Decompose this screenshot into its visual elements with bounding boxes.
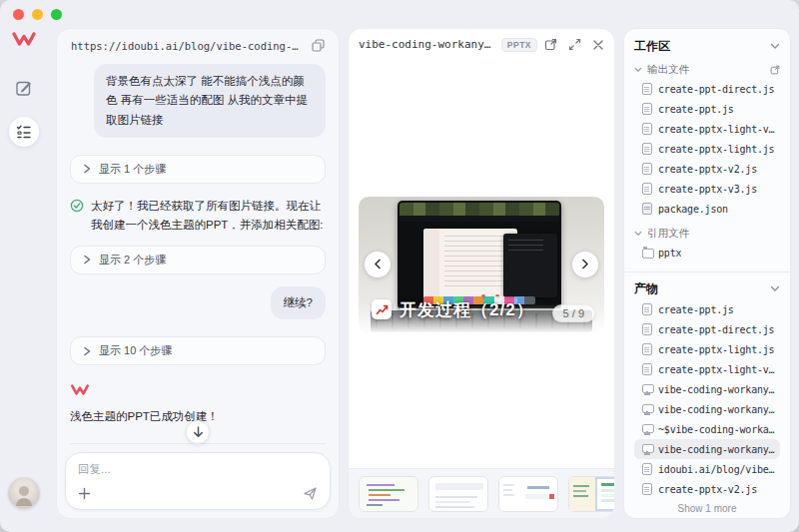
- steps-toggle-3[interactable]: 显示 10 个步骤: [70, 336, 326, 365]
- expand-icon[interactable]: [568, 38, 581, 51]
- artifact-item[interactable]: vibe-coding-workany-lig…: [634, 399, 780, 419]
- file-name: create-pptx-v3.js: [658, 184, 757, 195]
- file-item[interactable]: create-ppt.js: [634, 99, 780, 119]
- file-icon: [642, 83, 652, 95]
- new-chat-button[interactable]: [9, 73, 39, 103]
- show-more-button[interactable]: Show 1 more: [634, 503, 780, 514]
- file-name: create-ppt-direct.js: [658, 324, 774, 335]
- file-name: create-pptx-v2.js: [658, 484, 757, 495]
- slide-caption-text: 开发过程（2/2）: [400, 298, 534, 321]
- success-check-icon: [70, 199, 84, 213]
- reference-files-header[interactable]: 引用文件: [634, 227, 780, 241]
- chevron-down-icon: [634, 231, 642, 237]
- scroll-to-bottom-button[interactable]: [186, 420, 210, 444]
- slide-thumbnail-1[interactable]: [359, 476, 418, 512]
- app-logo-icon[interactable]: [11, 31, 37, 51]
- steps-toggle-1[interactable]: 显示 1 个步骤: [70, 155, 326, 184]
- file-item[interactable]: pptx: [634, 243, 780, 263]
- file-icon: [642, 403, 652, 415]
- chevron-right-icon: [83, 346, 91, 356]
- artifacts-header[interactable]: 产物: [634, 280, 780, 297]
- file-name: package.json: [658, 204, 728, 215]
- preview-panel: vibe-coding-workany-v2.p… PPTX: [348, 28, 615, 519]
- zoom-window-button[interactable]: [51, 9, 62, 20]
- reply-placeholder: 回复...: [78, 462, 318, 477]
- left-rail: [0, 28, 48, 519]
- chat-messages: 背景色有点太深了 能不能搞个浅点的颜色 再有一些适当的配图 从我的文章中提取图片…: [57, 54, 339, 452]
- artifact-item[interactable]: create-pptx-light-v2.js: [634, 359, 780, 379]
- file-icon: [642, 203, 652, 215]
- minimize-window-button[interactable]: [32, 9, 43, 20]
- page-counter: 5 / 9: [552, 304, 595, 322]
- arrow-down-icon: [193, 426, 204, 438]
- chevron-right-icon: [83, 164, 91, 174]
- file-item[interactable]: create-ppt-direct.js: [634, 79, 780, 99]
- chat-panel: https://idoubi.ai/blog/vibe-coding-worka…: [56, 28, 340, 519]
- folder-icon: [642, 247, 652, 259]
- task-list-button[interactable]: [9, 117, 39, 147]
- external-link-icon[interactable]: [770, 65, 780, 75]
- file-name: create-pptx-light-v2.js: [658, 364, 775, 375]
- artifacts-title: 产物: [634, 280, 658, 297]
- slide-photo: 开发过程（2/2） 5 / 9: [359, 197, 604, 332]
- artifact-item[interactable]: vibe-coding-workany-v2.…: [634, 439, 780, 459]
- file-name: idoubi.ai/blog/vibe-cod…: [658, 464, 775, 475]
- user-message: 背景色有点太深了 能不能搞个浅点的颜色 再有一些适当的配图 从我的文章中提取图片…: [94, 64, 326, 138]
- source-url-link[interactable]: https://idoubi.ai/blog/vibe-coding-worka…: [71, 40, 304, 52]
- user-avatar[interactable]: [8, 477, 40, 509]
- file-item[interactable]: create-pptx-v3.js: [634, 179, 780, 199]
- steps-toggle-2[interactable]: 显示 2 个步骤: [70, 246, 326, 274]
- artifact-item[interactable]: create-ppt-direct.js: [634, 319, 780, 339]
- file-icon: [642, 383, 652, 395]
- artifact-item[interactable]: create-pptx-v2.js: [634, 479, 780, 499]
- next-slide-button[interactable]: [572, 252, 598, 277]
- file-name: vibe-coding-workany-lig…: [658, 404, 775, 415]
- file-name: create-ppt.js: [658, 104, 734, 115]
- user-message: 继续?: [271, 286, 326, 319]
- artifact-item[interactable]: idoubi.ai/blog/vibe-cod…: [634, 459, 780, 479]
- slide-thumbnail-2[interactable]: [428, 476, 488, 512]
- file-name: vibe-coding-workany-v2.…: [658, 444, 775, 455]
- slide-thumbnail-4[interactable]: [568, 476, 614, 512]
- chevron-right-icon: [581, 259, 589, 269]
- open-external-icon[interactable]: [544, 38, 557, 51]
- file-name: vibe-coding-workany.pptx: [658, 384, 775, 395]
- artifact-item[interactable]: ~$vibe-coding-workany-v…: [634, 419, 780, 439]
- chevron-down-icon: [634, 67, 642, 73]
- assistant-logo-icon: [70, 382, 326, 400]
- output-files-header[interactable]: 输出文件: [634, 63, 780, 77]
- compose-icon: [15, 79, 33, 97]
- artifact-item[interactable]: create-pptx-light.js: [634, 339, 780, 359]
- workspace-header[interactable]: 工作区: [634, 38, 780, 55]
- preview-header: vibe-coding-workany-v2.p… PPTX: [349, 29, 614, 60]
- file-icon: [642, 123, 652, 135]
- workspace-title: 工作区: [634, 38, 670, 55]
- file-icon: [642, 483, 652, 495]
- file-icon: [642, 343, 652, 355]
- copy-icon[interactable]: [312, 39, 325, 52]
- artifact-item[interactable]: create-ppt.js: [634, 299, 780, 319]
- file-icon: [642, 423, 652, 435]
- preview-filename: vibe-coding-workany-v2.p…: [359, 38, 494, 51]
- artifact-item[interactable]: vibe-coding-workany.pptx: [634, 379, 780, 399]
- reply-input[interactable]: 回复...: [65, 452, 331, 510]
- file-name: create-ppt-direct.js: [658, 84, 774, 95]
- file-item[interactable]: create-pptx-light-v2.js: [634, 119, 780, 139]
- task-list-icon: [16, 124, 32, 140]
- send-icon[interactable]: [303, 486, 318, 501]
- file-item[interactable]: create-pptx-v2.js: [634, 159, 780, 179]
- file-icon: [642, 103, 652, 115]
- file-item[interactable]: create-pptx-light.js: [634, 139, 780, 159]
- slide-thumbnail-3[interactable]: [498, 476, 558, 512]
- prev-slide-button[interactable]: [365, 252, 391, 277]
- file-icon: [642, 443, 652, 455]
- close-icon[interactable]: [592, 39, 604, 51]
- titlebar: [0, 0, 799, 28]
- plus-attach-button[interactable]: [78, 487, 91, 500]
- output-files-label: 输出文件: [647, 63, 689, 77]
- close-window-button[interactable]: [13, 9, 24, 20]
- assistant-note-text: 太好了！我已经获取了所有图片链接。现在让我创建一个浅色主题的PPT，并添加相关配…: [91, 197, 324, 235]
- filetype-badge: PPTX: [501, 38, 537, 52]
- file-name: create-ppt.js: [658, 304, 734, 315]
- file-item[interactable]: package.json: [634, 199, 780, 219]
